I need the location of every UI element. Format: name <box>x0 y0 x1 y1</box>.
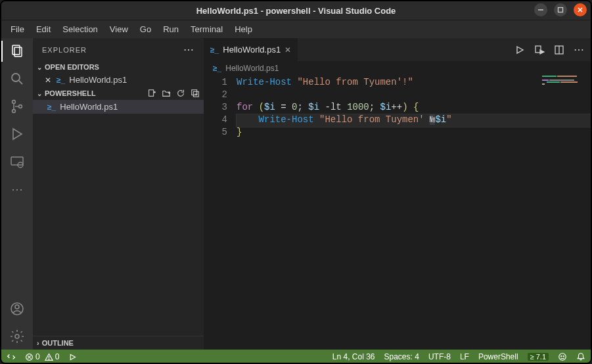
status-run-icon[interactable] <box>68 353 77 361</box>
editor-area: ≥_ HelloWorld.ps1 ✕ ⋯ ≥_ HelloWorld.ps1 … <box>204 38 591 350</box>
open-editors-header[interactable]: ⌄ OPEN EDITORS <box>33 61 204 73</box>
powershell-file-icon: ≥_ <box>213 64 221 73</box>
close-editor-icon[interactable]: ✕ <box>43 76 53 85</box>
explorer-more-icon[interactable]: ⋯ <box>183 43 194 56</box>
svg-point-15 <box>15 305 19 309</box>
menu-edit[interactable]: Edit <box>31 23 56 35</box>
svg-marker-25 <box>517 47 523 53</box>
chevron-down-icon: ⌄ <box>37 64 42 71</box>
status-notifications-icon[interactable] <box>576 352 585 361</box>
window-maximize-button[interactable] <box>554 3 567 16</box>
open-editor-item[interactable]: ✕ ≥_ HelloWorld.ps1 <box>33 73 204 87</box>
explorer-sidebar: EXPLORER ⋯ ⌄ OPEN EDITORS ✕ ≥_ HelloWorl… <box>33 38 204 350</box>
activity-run-debug-icon[interactable] <box>8 125 26 143</box>
minimap[interactable] <box>542 76 581 95</box>
menu-view[interactable]: View <box>104 23 133 35</box>
menu-run[interactable]: Run <box>158 23 184 35</box>
breadcrumb[interactable]: ≥_ HelloWorld.ps1 <box>204 61 591 76</box>
line-gutter: 12345 <box>204 76 237 350</box>
powershell-file-icon: ≥_ <box>210 45 219 55</box>
menu-help[interactable]: Help <box>229 23 258 35</box>
powershell-file-icon: ≥_ <box>47 102 56 112</box>
activity-explorer-icon[interactable] <box>8 42 26 60</box>
svg-rect-1 <box>558 8 563 12</box>
svg-marker-27 <box>540 50 544 54</box>
svg-rect-12 <box>11 157 23 165</box>
window-titlebar: HelloWorld.ps1 - powershell - Visual Stu… <box>1 1 591 20</box>
activity-source-control-icon[interactable] <box>8 97 26 116</box>
svg-rect-5 <box>14 47 22 57</box>
svg-marker-11 <box>13 129 22 139</box>
activity-more-icon[interactable]: ⋯ <box>8 180 26 198</box>
editor-tabbar: ≥_ HelloWorld.ps1 ✕ ⋯ <box>204 38 591 61</box>
svg-point-38 <box>563 356 564 357</box>
menu-terminal[interactable]: Terminal <box>185 23 228 35</box>
status-cursor-position[interactable]: Ln 4, Col 36 <box>332 352 375 361</box>
new-file-icon[interactable] <box>147 89 156 98</box>
code-editor[interactable]: 12345 Write-Host "Hello from Tyumen'!"fo… <box>204 76 591 350</box>
new-folder-icon[interactable] <box>162 89 171 98</box>
editor-more-icon[interactable]: ⋯ <box>574 43 584 56</box>
svg-point-9 <box>12 110 16 113</box>
explorer-title: EXPLORER <box>42 46 87 54</box>
window-close-button[interactable] <box>574 3 587 16</box>
status-indentation[interactable]: Spaces: 4 <box>384 352 419 361</box>
chevron-down-icon: ⌄ <box>37 90 42 97</box>
status-feedback-icon[interactable] <box>558 352 567 361</box>
activity-accounts-icon[interactable] <box>8 300 26 318</box>
file-tree-item[interactable]: ≥_ HelloWorld.ps1 <box>33 100 204 114</box>
activity-settings-icon[interactable] <box>8 327 26 346</box>
menu-go[interactable]: Go <box>135 23 156 35</box>
status-bar: 0 0 Ln 4, Col 36 Spaces: 4 UTF-8 LF Powe… <box>1 350 591 364</box>
status-ps-version[interactable]: ≥ 7.1 <box>528 353 549 361</box>
status-language[interactable]: PowerShell <box>478 352 518 361</box>
menu-selection[interactable]: Selection <box>57 23 102 35</box>
status-encoding[interactable]: UTF-8 <box>428 352 451 361</box>
activity-bar: ⋯ <box>1 38 33 350</box>
status-problems[interactable]: 0 0 <box>25 352 59 361</box>
powershell-file-icon: ≥_ <box>57 76 65 85</box>
close-tab-icon[interactable]: ✕ <box>285 45 291 55</box>
svg-point-6 <box>12 74 20 81</box>
svg-line-7 <box>19 81 22 84</box>
svg-rect-17 <box>149 90 154 97</box>
outline-header[interactable]: › OUTLINE <box>33 336 204 350</box>
refresh-icon[interactable] <box>176 89 185 98</box>
status-eol[interactable]: LF <box>460 352 469 361</box>
chevron-right-icon: › <box>37 339 39 347</box>
split-editor-icon[interactable] <box>554 45 564 55</box>
activity-remote-icon[interactable] <box>8 152 26 171</box>
svg-marker-35 <box>71 354 76 359</box>
code-content[interactable]: Write-Host "Hello from Tyumen'!"for ($i … <box>237 76 591 350</box>
menu-file[interactable]: File <box>5 23 30 35</box>
svg-point-36 <box>559 353 566 361</box>
svg-point-34 <box>49 359 49 359</box>
folder-header[interactable]: ⌄ POWERSHELL <box>33 87 204 100</box>
window-minimize-button[interactable] <box>534 3 547 16</box>
activity-search-icon[interactable] <box>8 70 26 88</box>
run-selection-icon[interactable] <box>534 45 545 55</box>
run-file-icon[interactable] <box>514 45 525 55</box>
svg-rect-4 <box>12 45 20 55</box>
editor-tab[interactable]: ≥_ HelloWorld.ps1 ✕ <box>204 38 298 61</box>
status-remote-icon[interactable] <box>7 352 16 361</box>
svg-point-16 <box>15 334 19 338</box>
svg-point-10 <box>19 105 22 108</box>
svg-point-37 <box>561 356 562 357</box>
window-title: HelloWorld.ps1 - powershell - Visual Stu… <box>196 6 396 16</box>
menu-bar: File Edit Selection View Go Run Terminal… <box>1 20 591 38</box>
svg-point-8 <box>12 101 16 104</box>
collapse-all-icon[interactable] <box>191 89 200 98</box>
